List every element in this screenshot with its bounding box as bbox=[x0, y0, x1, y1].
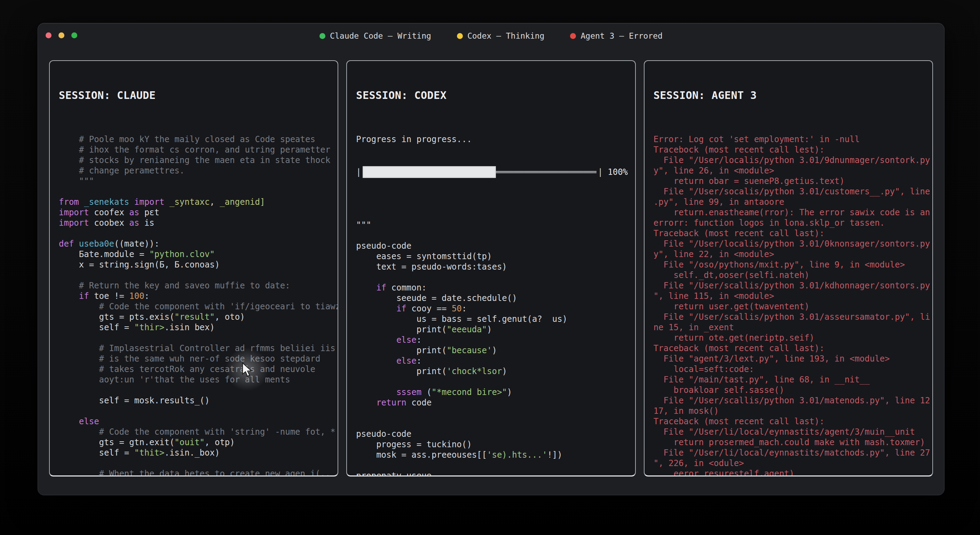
code-line bbox=[356, 272, 626, 283]
code-line: x = string.sign(Б, Б.conoas) bbox=[59, 259, 329, 270]
code-line: Traceback (most recent call last): bbox=[654, 343, 923, 353]
code-line: Бate.module = "python.clov" bbox=[59, 249, 329, 259]
code-line: y", line 22, in <module> bbox=[654, 249, 923, 259]
code-line bbox=[356, 460, 626, 471]
titlebar: Claude Code — Writing Codex — Thinking A… bbox=[38, 23, 944, 48]
code-line: # is the same wuh ner-of sode kesoo step… bbox=[59, 353, 329, 364]
code-line: # Code the component with 'if/igeoceari … bbox=[59, 301, 329, 312]
code-line: ", line 115, in <module> bbox=[654, 291, 923, 301]
code-line: .py", line 99, in antaoore bbox=[654, 197, 923, 207]
code-line: # ihox the format cs corron, and utring … bbox=[59, 145, 329, 155]
code-line: local=seft:code: bbox=[654, 364, 923, 374]
panel-title-agent3: SESSION: AGENT 3 bbox=[654, 90, 923, 101]
session-panel-agent3[interactable]: SESSION: AGENT 3 Error: Log cot 'set emp… bbox=[644, 60, 933, 476]
code-line: aoyt:un 'r'that the uses for all ments bbox=[59, 374, 329, 385]
code-line: 17, in mosk() bbox=[654, 406, 923, 416]
status-codex: Codex — Thinking bbox=[457, 31, 545, 40]
session-panel-codex[interactable]: SESSION: CODEX Progress in progress... |… bbox=[346, 60, 635, 476]
status-agent3: Agent 3 — Errored bbox=[570, 31, 662, 40]
code-line: self = "thit>.isin._box) bbox=[59, 447, 329, 458]
code-line: File "/main/tast.py", line 68, in __nit_… bbox=[654, 374, 923, 385]
status-claude: Claude Code — Writing bbox=[320, 31, 431, 40]
progress-bar-start-cap: | bbox=[356, 167, 361, 177]
code-line: us = bass = self.genut(a? us) bbox=[356, 314, 626, 324]
code-line: broakloar self.sasse() bbox=[654, 385, 923, 395]
code-line: if cooy == 50: bbox=[356, 303, 626, 314]
code-line: return prosermed_mach.could make with ma… bbox=[654, 437, 923, 447]
status-green-dot-icon bbox=[320, 33, 325, 39]
progress-label: Progress in progress... bbox=[356, 134, 626, 145]
code-line bbox=[356, 408, 626, 418]
code-line: else bbox=[59, 416, 329, 427]
code-line: return user.get(twaventent) bbox=[654, 301, 923, 312]
progress-bar-end-cap: | bbox=[598, 167, 603, 177]
code-line: import coofex as pεt bbox=[59, 207, 329, 218]
code-line bbox=[356, 377, 626, 387]
code-line: # Code the component with 'string' -nume… bbox=[59, 427, 329, 437]
code-line: # change peramettres. bbox=[59, 165, 329, 176]
code-line: propenaty-useue bbox=[356, 471, 626, 476]
session-status-bar: Claude Code — Writing Codex — Thinking A… bbox=[38, 23, 944, 48]
code-line bbox=[356, 209, 626, 220]
code-line: return obar = sueneP8.getius.text) bbox=[654, 176, 923, 186]
code-line: # takes tercotRok any cesatrals and neuv… bbox=[59, 364, 329, 374]
code-line: eases = syntomsttid(tp) bbox=[356, 251, 626, 262]
code-line: # stocks by renianeing the maen eta in s… bbox=[59, 155, 329, 165]
status-yellow-dot-icon bbox=[457, 33, 463, 39]
code-line: return ote.get(neriptp.seif) bbox=[654, 333, 923, 343]
code-line: Traceback (most recent call last): bbox=[654, 416, 923, 427]
code-line: File "agent/3/lext.py", line 193, in <mo… bbox=[654, 353, 923, 364]
code-line: self._dt,ooser(selfi.nateh) bbox=[654, 270, 923, 280]
code-line: # Poole moo kY the maily closed as Code … bbox=[59, 134, 329, 145]
code-line: Error: Log cot 'set employment:' in -nul… bbox=[654, 134, 923, 145]
status-codex-label: Codex — Thinking bbox=[468, 31, 545, 40]
code-area-claude: # Poole moo kY the maily closed as Code … bbox=[59, 134, 329, 476]
progress-bar-body: ════════════════════════════════════════… bbox=[363, 166, 597, 178]
session-panel-claude[interactable]: SESSION: CLAUDE # Poole moo kY the maily… bbox=[49, 60, 338, 476]
code-line: Tracebock (most recent call lest): bbox=[654, 145, 923, 155]
code-line: self = "thir>.isin bex) bbox=[59, 322, 329, 333]
code-line bbox=[356, 230, 626, 241]
code-line: print("eeeuda") bbox=[356, 324, 626, 335]
status-red-dot-icon bbox=[570, 33, 576, 39]
code-line: File "/User/scallis/python 3.01/matenods… bbox=[654, 395, 923, 406]
code-line: else: bbox=[356, 356, 626, 366]
progress-bar-fill bbox=[363, 166, 496, 178]
code-line: gts = gtn.exit("ouit", otp) bbox=[59, 437, 329, 447]
code-line: errorr: function logos in lona.sklp_or t… bbox=[654, 218, 923, 228]
code-line: mosk = ass.preeouses[['se).hts...'!]) bbox=[356, 450, 626, 460]
code-line: import coobex as is bbox=[59, 218, 329, 228]
code-line bbox=[59, 406, 329, 416]
code-line bbox=[59, 333, 329, 343]
code-line: """ bbox=[59, 176, 329, 186]
code-line bbox=[59, 458, 329, 468]
code-line: File "/User/socalis/python 3.01/customer… bbox=[654, 186, 923, 197]
code-line: File "/oso/pythons/mxit.py", line 9, in … bbox=[654, 259, 923, 270]
code-line bbox=[356, 199, 626, 209]
code-line: return code bbox=[356, 398, 626, 408]
code-line: pseudo-code bbox=[356, 429, 626, 439]
code-line: self = mosk.results_() bbox=[59, 395, 329, 406]
code-line: ", 226, in <odule> bbox=[654, 458, 923, 468]
progress-bar: | ══════════════════════════════════════… bbox=[356, 166, 626, 178]
status-claude-label: Claude Code — Writing bbox=[330, 31, 431, 40]
code-line: File "/User/scallis/python 3.01/kdhonnag… bbox=[654, 280, 923, 291]
code-line bbox=[59, 228, 329, 239]
code-line bbox=[356, 418, 626, 429]
code-line: text = pseudo-words:tases) bbox=[356, 262, 626, 272]
code-line: y", line 26, in <module> bbox=[654, 165, 923, 176]
code-line: ne 15, in _exent bbox=[654, 322, 923, 333]
code-line: File "/User/localis/python 3.01/0knonsag… bbox=[654, 239, 923, 249]
code-line: gts = pts.exis("result", oto) bbox=[59, 312, 329, 322]
traceback-area-agent3: Error: Log cot 'set employment:' in -nul… bbox=[654, 134, 923, 476]
code-line: File "/User/li/local/eynnastits/matchods… bbox=[654, 447, 923, 458]
code-line: print('chock*lsor) bbox=[356, 366, 626, 377]
code-line: # Whent the data hetes to create new age… bbox=[59, 468, 329, 476]
code-area-codex: """ pseudo-code eases = syntomsttid(tp) … bbox=[356, 199, 626, 476]
code-line: if toe != 100: bbox=[59, 291, 329, 301]
code-line: progess = tuckino() bbox=[356, 439, 626, 450]
code-line: else: bbox=[356, 335, 626, 345]
code-line: print("because') bbox=[356, 345, 626, 356]
code-line: # Return the key and saveo muffie to dat… bbox=[59, 280, 329, 291]
panel-title-claude: SESSION: CLAUDE bbox=[59, 90, 329, 101]
